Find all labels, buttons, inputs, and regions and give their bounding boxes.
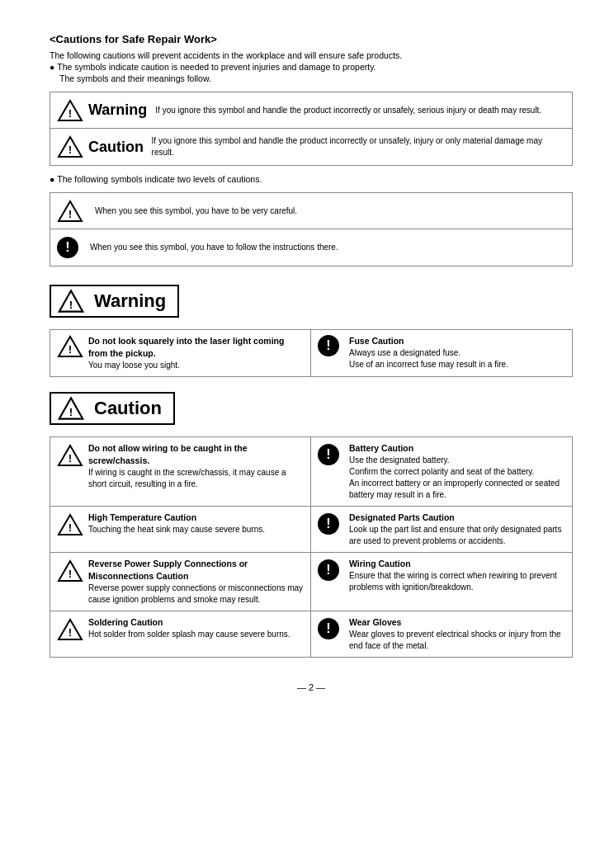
caution-r4-right-icon: ! — [318, 618, 339, 639]
svg-text:!: ! — [68, 107, 72, 120]
caution-row-2: ! High Temperature Caution Touching the … — [50, 507, 572, 553]
circle-note-row: ! When you see this symbol, you have to … — [50, 229, 572, 266]
warning-item-right: ! Fuse Caution Always use a designated f… — [311, 330, 572, 376]
page-container: <Cautions for Safe Repair Work> The foll… — [50, 33, 573, 692]
big-warning-heading: ! Warning — [50, 285, 179, 318]
symbols-intro: The following symbols indicate two level… — [50, 174, 573, 184]
triangle-icon-caution: ! — [57, 135, 83, 158]
big-warning-label: Warning — [94, 290, 166, 312]
caution-text: If you ignore this symbol and handle the… — [152, 135, 565, 158]
caution-r2-right-text: Designated Parts Caution Look up the par… — [349, 512, 565, 547]
warning-label: Warning — [88, 101, 147, 119]
big-caution-heading: ! Caution — [50, 392, 175, 425]
triangle-note-text: When you see this symbol, you have to be… — [95, 205, 297, 217]
big-caution-triangle-icon: ! — [58, 397, 84, 420]
warning-item-right-icon: ! — [318, 335, 339, 356]
svg-text:!: ! — [68, 208, 72, 220]
intro-text-2: The symbols indicate caution is needed t… — [50, 62, 573, 72]
svg-text:!: ! — [68, 568, 72, 580]
caution-r3-right-icon: ! — [318, 559, 339, 581]
intro-text-1: The following cautions will prevent acci… — [50, 50, 573, 60]
svg-text:!: ! — [69, 299, 73, 311]
page-title: <Cautions for Safe Repair Work> — [50, 33, 573, 45]
caution-r4-right: ! Wear Gloves Wear gloves to prevent ele… — [311, 611, 572, 657]
caution-r3-left-icon: ! — [57, 559, 83, 583]
caution-r2-right: ! Designated Parts Caution Look up the p… — [311, 507, 572, 552]
circle-note-icon: ! — [57, 237, 78, 258]
caution-r1-left-text: Do not allow wiring to be caught in the … — [88, 442, 304, 490]
caution-r4-left-icon: ! — [57, 618, 83, 641]
warning-symbol-cell: ! Warning — [57, 99, 155, 122]
page-number: — 2 — — [50, 682, 573, 692]
intro-text-3: The symbols and their meanings follow. — [50, 73, 573, 83]
svg-text:!: ! — [68, 626, 72, 639]
svg-text:!: ! — [68, 452, 72, 465]
caution-r2-left: ! High Temperature Caution Touching the … — [50, 507, 311, 552]
caution-row-3: ! Reverse Power Supply Connections or Mi… — [50, 553, 572, 611]
warning-item-left-text: Do not look squarely into the laser ligh… — [88, 335, 304, 371]
triangle-icon: ! — [57, 99, 83, 122]
caution-r2-right-icon: ! — [318, 513, 339, 535]
caution-r1-right-text: Battery Caution Use the designated batte… — [349, 442, 565, 501]
caution-row-1: ! Do not allow wiring to be caught in th… — [50, 437, 572, 507]
warning-text: If you ignore this symbol and handle the… — [155, 105, 541, 116]
caution-definition-row: ! Caution If you ignore this symbol and … — [50, 129, 572, 165]
caution-symbol-cell: ! Caution — [57, 135, 152, 158]
warning-items-row: ! Do not look squarely into the laser li… — [50, 330, 572, 376]
warning-item-left-icon: ! — [57, 335, 83, 358]
caution-r1-right: ! Battery Caution Use the designated bat… — [311, 437, 572, 506]
svg-text:!: ! — [68, 144, 72, 156]
caution-r3-right-text: Wiring Caution Ensure that the wiring is… — [349, 558, 565, 593]
svg-text:!: ! — [68, 521, 72, 534]
circle-note-text: When you see this symbol, you have to fo… — [90, 242, 338, 253]
svg-text:!: ! — [69, 406, 73, 418]
warning-item-left: ! Do not look squarely into the laser li… — [50, 330, 311, 376]
caution-r3-right: ! Wiring Caution Ensure that the wiring … — [311, 553, 572, 611]
caution-row-4: ! Soldering Caution Hot solder from sold… — [50, 611, 572, 657]
caution-r1-left-icon: ! — [57, 444, 83, 467]
triangle-note-icon: ! — [57, 200, 83, 223]
warning-definition-row: ! Warning If you ignore this symbol and … — [50, 92, 572, 129]
caution-r4-left-text: Soldering Caution Hot solder from solder… — [88, 616, 290, 640]
caution-r1-left: ! Do not allow wiring to be caught in th… — [50, 437, 311, 506]
symbols-box: ! When you see this symbol, you have to … — [50, 192, 573, 267]
warning-item-right-text: Fuse Caution Always use a designated fus… — [349, 335, 508, 370]
triangle-note-row: ! When you see this symbol, you have to … — [50, 193, 572, 229]
definition-box: ! Warning If you ignore this symbol and … — [50, 92, 573, 166]
caution-items-box: ! Do not allow wiring to be caught in th… — [50, 436, 573, 658]
caution-r3-left-text: Reverse Power Supply Connections or Misc… — [88, 558, 304, 606]
caution-label: Caution — [88, 139, 144, 156]
caution-r1-right-icon: ! — [318, 444, 339, 465]
caution-r2-left-icon: ! — [57, 513, 83, 536]
big-warning-triangle-icon: ! — [58, 290, 84, 313]
warning-items-box: ! Do not look squarely into the laser li… — [50, 329, 573, 377]
caution-r3-left: ! Reverse Power Supply Connections or Mi… — [50, 553, 311, 611]
caution-r2-left-text: High Temperature Caution Touching the he… — [88, 512, 265, 535]
big-caution-label: Caution — [94, 398, 162, 419]
caution-r4-left: ! Soldering Caution Hot solder from sold… — [50, 611, 311, 657]
svg-text:!: ! — [68, 343, 72, 356]
caution-r4-right-text: Wear Gloves Wear gloves to prevent elect… — [349, 616, 565, 652]
